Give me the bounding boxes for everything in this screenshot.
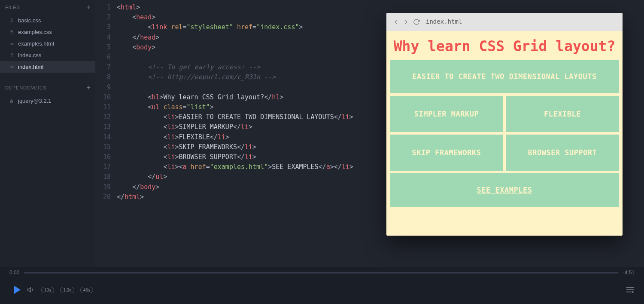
playlist-icon[interactable]	[626, 286, 635, 294]
deps-label: DEPENDENCIES	[5, 85, 46, 90]
preview-heading: Why learn CSS Grid layout?	[389, 41, 620, 51]
css-file-icon	[9, 29, 15, 35]
file-name: index.html	[18, 64, 43, 70]
dependency-item[interactable]: jquery@3.2.1	[0, 95, 95, 107]
player-bar: 0:00 -4:51 10s 1.0x 45s	[0, 267, 644, 304]
file-list: basic.cssexamples.cssexamples.htmlindex.…	[0, 15, 95, 73]
volume-icon[interactable]	[27, 286, 35, 294]
file-name: examples.css	[18, 29, 52, 35]
html-file-icon	[9, 65, 15, 69]
timeline: 0:00 -4:51	[9, 267, 635, 276]
skip-back-button[interactable]: 10s	[41, 287, 54, 293]
package-icon	[9, 98, 15, 104]
file-name: basic.css	[18, 17, 41, 24]
preview-grid: EASIER TO CREATE TWO DIMENSIONAL LAYOUTS…	[389, 60, 620, 207]
file-item[interactable]: examples.html	[0, 38, 95, 49]
time-current: 0:00	[9, 270, 19, 276]
preview-cell: EASIER TO CREATE TWO DIMENSIONAL LAYOUTS	[390, 60, 619, 93]
file-item[interactable]: index.css	[0, 49, 95, 61]
forward-icon[interactable]	[403, 18, 410, 25]
files-section-header: FILES +	[0, 0, 95, 15]
dependency-list: jquery@3.2.1	[0, 95, 95, 107]
speed-button[interactable]: 1.0x	[60, 287, 74, 293]
reload-icon[interactable]	[413, 18, 420, 25]
preview-body: Why learn CSS Grid layout? EASIER TO CRE…	[386, 31, 623, 236]
preview-pane: index.html Why learn CSS Grid layout? EA…	[386, 13, 623, 236]
code-editor[interactable]: 1234567891011121314151617181920 <html> <…	[95, 0, 644, 267]
preview-cell: BROWSER SUPPORT	[506, 135, 619, 171]
preview-url: index.html	[426, 17, 462, 27]
preview-cell: SIMPLER MARKUP	[390, 96, 503, 132]
css-file-icon	[9, 52, 15, 58]
preview-cell: FLEXIBLE	[506, 96, 619, 132]
preview-cell: SKIP FRAMEWORKS	[390, 135, 503, 171]
play-button[interactable]	[14, 286, 21, 294]
file-item[interactable]: basic.css	[0, 15, 95, 26]
add-dependency-icon[interactable]: +	[87, 84, 91, 92]
add-file-icon[interactable]: +	[87, 3, 91, 11]
preview-toolbar: index.html	[386, 13, 623, 31]
seek-bar[interactable]	[24, 272, 618, 273]
file-name: index.css	[18, 52, 41, 58]
file-name: examples.html	[18, 40, 54, 47]
deps-section-header: DEPENDENCIES +	[0, 80, 95, 95]
player-controls: 10s 1.0x 45s	[9, 276, 635, 304]
time-remaining: -4:51	[623, 270, 635, 276]
file-item[interactable]: examples.css	[0, 26, 95, 38]
files-label: FILES	[5, 5, 20, 10]
css-file-icon	[9, 18, 15, 24]
back-icon[interactable]	[392, 18, 399, 25]
skip-forward-button[interactable]: 45s	[80, 287, 93, 293]
svg-marker-0	[28, 288, 31, 292]
dependency-name: jquery@3.2.1	[18, 98, 52, 104]
file-item[interactable]: index.html	[0, 61, 95, 73]
line-number-gutter: 1234567891011121314151617181920	[95, 3, 117, 267]
html-file-icon	[9, 42, 15, 46]
sidebar: FILES + basic.cssexamples.cssexamples.ht…	[0, 0, 95, 267]
preview-link-cell[interactable]: SEE EXAMPLES	[390, 173, 619, 207]
